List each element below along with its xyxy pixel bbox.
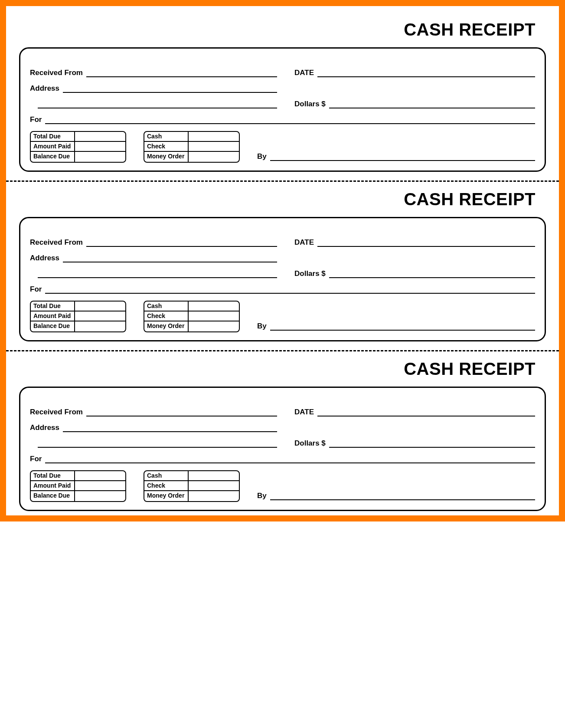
- address-input[interactable]: [63, 255, 277, 262]
- received-from-input[interactable]: [86, 239, 277, 247]
- received-from-label: Received From: [30, 408, 86, 416]
- dollars-label: Dollars $: [294, 439, 329, 448]
- by-input[interactable]: [270, 492, 535, 500]
- received-from-label: Received From: [30, 238, 86, 247]
- receipt-box: Received From DATE Address: [19, 47, 546, 172]
- received-from-input[interactable]: [86, 409, 277, 416]
- money-order-input[interactable]: [189, 152, 239, 162]
- dollars-label: Dollars $: [294, 100, 329, 108]
- dollars-input[interactable]: [329, 270, 535, 278]
- receipt-section-2: CASH RECEIPT Received From DATE Address: [19, 184, 546, 341]
- receipt-section-3: CASH RECEIPT Received From DATE Address: [19, 354, 546, 511]
- for-label: For: [30, 115, 45, 124]
- total-due-input[interactable]: [75, 302, 125, 311]
- amount-paid-label: Amount Paid: [31, 142, 75, 151]
- for-label: For: [30, 285, 45, 294]
- amount-paid-label: Amount Paid: [31, 312, 75, 321]
- total-due-label: Total Due: [31, 471, 75, 480]
- address-line2-input[interactable]: [38, 440, 277, 448]
- check-label: Check: [144, 142, 189, 151]
- payment-grid: Cash Check Money Order: [144, 301, 240, 332]
- cash-label: Cash: [144, 471, 189, 480]
- payment-grid: Cash Check Money Order: [144, 470, 240, 502]
- date-label: DATE: [294, 238, 317, 247]
- by-input[interactable]: [270, 323, 535, 331]
- totals-grid: Total Due Amount Paid Balance Due: [30, 301, 126, 332]
- address-input[interactable]: [63, 424, 277, 432]
- by-label: By: [257, 152, 270, 161]
- by-input[interactable]: [270, 153, 535, 161]
- money-order-input[interactable]: [189, 491, 239, 501]
- totals-grid: Total Due Amount Paid Balance Due: [30, 131, 126, 163]
- for-input[interactable]: [45, 286, 535, 294]
- receipt-box: Received From DATE Address: [19, 217, 546, 341]
- address-line2-input[interactable]: [38, 270, 277, 278]
- balance-due-label: Balance Due: [31, 321, 75, 331]
- receipt-title: CASH RECEIPT: [19, 190, 546, 217]
- date-input[interactable]: [317, 239, 535, 247]
- address-label: Address: [30, 423, 63, 432]
- received-from-input[interactable]: [86, 69, 277, 77]
- balance-due-label: Balance Due: [31, 152, 75, 162]
- cash-input[interactable]: [189, 302, 239, 311]
- balance-due-input[interactable]: [75, 321, 125, 331]
- cash-input[interactable]: [189, 132, 239, 141]
- amount-paid-input[interactable]: [75, 312, 125, 321]
- address-input[interactable]: [63, 85, 277, 93]
- for-input[interactable]: [45, 456, 535, 463]
- date-input[interactable]: [317, 69, 535, 77]
- address-line2-input[interactable]: [38, 101, 277, 108]
- totals-grid: Total Due Amount Paid Balance Due: [30, 470, 126, 502]
- amount-paid-input[interactable]: [75, 142, 125, 151]
- check-input[interactable]: [189, 312, 239, 321]
- by-label: By: [257, 322, 270, 331]
- balance-due-input[interactable]: [75, 491, 125, 501]
- cash-label: Cash: [144, 132, 189, 141]
- cash-input[interactable]: [189, 471, 239, 480]
- receipt-title: CASH RECEIPT: [19, 359, 546, 387]
- payment-grid: Cash Check Money Order: [144, 131, 240, 163]
- received-from-label: Received From: [30, 69, 86, 77]
- date-label: DATE: [294, 408, 317, 416]
- check-label: Check: [144, 481, 189, 490]
- total-due-label: Total Due: [31, 132, 75, 141]
- money-order-label: Money Order: [144, 491, 189, 501]
- check-input[interactable]: [189, 142, 239, 151]
- cash-label: Cash: [144, 302, 189, 311]
- amount-paid-label: Amount Paid: [31, 481, 75, 490]
- money-order-label: Money Order: [144, 152, 189, 162]
- check-label: Check: [144, 312, 189, 321]
- receipt-title: CASH RECEIPT: [19, 20, 546, 47]
- receipt-box: Received From DATE Address: [19, 387, 546, 511]
- by-label: By: [257, 492, 270, 500]
- money-order-label: Money Order: [144, 321, 189, 331]
- total-due-input[interactable]: [75, 471, 125, 480]
- address-label: Address: [30, 254, 63, 262]
- balance-due-label: Balance Due: [31, 491, 75, 501]
- perforation-line: [6, 180, 559, 182]
- for-input[interactable]: [45, 116, 535, 124]
- receipt-section-1: CASH RECEIPT Received From DATE Address: [19, 15, 546, 172]
- perforation-line: [6, 350, 559, 351]
- check-input[interactable]: [189, 481, 239, 490]
- address-label: Address: [30, 84, 63, 93]
- money-order-input[interactable]: [189, 321, 239, 331]
- amount-paid-input[interactable]: [75, 481, 125, 490]
- dollars-input[interactable]: [329, 101, 535, 108]
- dollars-input[interactable]: [329, 440, 535, 448]
- for-label: For: [30, 455, 45, 463]
- balance-due-input[interactable]: [75, 152, 125, 162]
- date-input[interactable]: [317, 409, 535, 416]
- dollars-label: Dollars $: [294, 269, 329, 278]
- total-due-input[interactable]: [75, 132, 125, 141]
- page: CASH RECEIPT Received From DATE Address: [0, 0, 565, 521]
- total-due-label: Total Due: [31, 302, 75, 311]
- date-label: DATE: [294, 69, 317, 77]
